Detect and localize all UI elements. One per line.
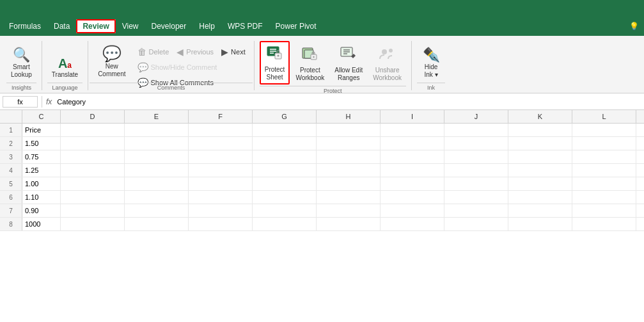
- cell-i6[interactable]: [381, 191, 444, 204]
- next-button[interactable]: ▶ Next: [218, 45, 249, 59]
- cell-f5[interactable]: [189, 177, 253, 190]
- cell-g5[interactable]: [253, 177, 317, 190]
- cell-g1[interactable]: [253, 124, 317, 136]
- cell-l1[interactable]: [572, 124, 636, 136]
- formula-input[interactable]: [54, 97, 641, 107]
- cell-h3[interactable]: [317, 150, 381, 163]
- protect-workbook-button[interactable]: ProtectWorkbook: [291, 42, 329, 85]
- cell-j6[interactable]: [444, 191, 508, 204]
- protect-sheet-button[interactable]: ProtectSheet: [260, 41, 290, 85]
- cell-d3[interactable]: [61, 150, 125, 163]
- cell-l3[interactable]: [572, 150, 636, 163]
- delete-button[interactable]: 🗑 Delete: [134, 45, 173, 59]
- cell-k8[interactable]: [508, 218, 572, 230]
- cell-f1[interactable]: [189, 124, 253, 136]
- cell-k7[interactable]: [508, 204, 572, 217]
- cell-i5[interactable]: [381, 177, 444, 190]
- unshare-workbook-button[interactable]: UnshareWorkbook: [368, 42, 406, 85]
- cell-g6[interactable]: [253, 191, 317, 204]
- cell-e1[interactable]: [125, 124, 189, 136]
- cell-h7[interactable]: [317, 204, 381, 217]
- cell-h4[interactable]: [317, 164, 381, 177]
- menu-view[interactable]: View: [116, 19, 145, 33]
- cell-i2[interactable]: [381, 137, 444, 150]
- menu-powerpivot[interactable]: Power Pivot: [269, 19, 323, 33]
- cell-f2[interactable]: [189, 137, 253, 150]
- cell-e8[interactable]: [125, 218, 189, 230]
- cell-j4[interactable]: [444, 164, 508, 177]
- cell-h8[interactable]: [317, 218, 381, 230]
- cell-h2[interactable]: [317, 137, 381, 150]
- cell-l7[interactable]: [572, 204, 636, 217]
- previous-button[interactable]: ◀ Previous: [173, 45, 217, 59]
- cell-j1[interactable]: [444, 124, 508, 136]
- col-header-j[interactable]: J: [444, 110, 508, 123]
- cell-d4[interactable]: [61, 164, 125, 177]
- col-header-d[interactable]: D: [61, 110, 125, 123]
- new-comment-button[interactable]: 💬 NewComment: [93, 44, 130, 81]
- col-header-k[interactable]: K: [508, 110, 572, 123]
- cell-h5[interactable]: [317, 177, 381, 190]
- cell-g8[interactable]: [253, 218, 317, 230]
- col-header-e[interactable]: E: [125, 110, 189, 123]
- cell-k2[interactable]: [508, 137, 572, 150]
- col-header-l[interactable]: L: [572, 110, 636, 123]
- cell-c6[interactable]: 1.10: [22, 191, 61, 204]
- cell-e4[interactable]: [125, 164, 189, 177]
- cell-c2[interactable]: 1.50: [22, 137, 61, 150]
- cell-d8[interactable]: [61, 218, 125, 230]
- menu-developer[interactable]: Developer: [145, 19, 193, 33]
- cell-e2[interactable]: [125, 137, 189, 150]
- cell-c4[interactable]: 1.25: [22, 164, 61, 177]
- cell-j2[interactable]: [444, 137, 508, 150]
- cell-g3[interactable]: [253, 150, 317, 163]
- cell-k4[interactable]: [508, 164, 572, 177]
- cell-i3[interactable]: [381, 150, 444, 163]
- menu-help[interactable]: Help: [192, 19, 221, 33]
- cell-f8[interactable]: [189, 218, 253, 230]
- cell-e5[interactable]: [125, 177, 189, 190]
- cell-h6[interactable]: [317, 191, 381, 204]
- smart-lookup-button[interactable]: 🔍 SmartLookup: [6, 45, 36, 81]
- cell-c8[interactable]: 1000: [22, 218, 61, 230]
- col-header-h[interactable]: H: [317, 110, 381, 123]
- cell-f4[interactable]: [189, 164, 253, 177]
- cell-h1[interactable]: [317, 124, 381, 136]
- cell-e6[interactable]: [125, 191, 189, 204]
- cell-d2[interactable]: [61, 137, 125, 150]
- menu-wpspdf[interactable]: WPS PDF: [221, 19, 269, 33]
- cell-reference[interactable]: [3, 96, 38, 108]
- cell-f6[interactable]: [189, 191, 253, 204]
- cell-l4[interactable]: [572, 164, 636, 177]
- cell-f7[interactable]: [189, 204, 253, 217]
- col-header-f[interactable]: F: [189, 110, 253, 123]
- cell-i1[interactable]: [381, 124, 444, 136]
- tell-me-bar[interactable]: 💡: [629, 22, 641, 31]
- cell-k1[interactable]: [508, 124, 572, 136]
- cell-g7[interactable]: [253, 204, 317, 217]
- cell-l5[interactable]: [572, 177, 636, 190]
- cell-i8[interactable]: [381, 218, 444, 230]
- cell-k3[interactable]: [508, 150, 572, 163]
- col-header-c[interactable]: C: [22, 110, 61, 123]
- col-header-g[interactable]: G: [253, 110, 317, 123]
- cell-d7[interactable]: [61, 204, 125, 217]
- cell-l2[interactable]: [572, 137, 636, 150]
- cell-k5[interactable]: [508, 177, 572, 190]
- allow-edit-button[interactable]: Allow EditRanges: [330, 42, 367, 85]
- translate-button[interactable]: Aa Translate: [47, 54, 82, 81]
- cell-c3[interactable]: 0.75: [22, 150, 61, 163]
- cell-i7[interactable]: [381, 204, 444, 217]
- cell-g2[interactable]: [253, 137, 317, 150]
- cell-c1[interactable]: Price: [22, 124, 61, 136]
- col-header-i[interactable]: I: [381, 110, 444, 123]
- cell-c7[interactable]: 0.90: [22, 204, 61, 217]
- cell-k6[interactable]: [508, 191, 572, 204]
- hide-ink-button[interactable]: ✒️ HideInk ▾: [417, 45, 445, 81]
- cell-l6[interactable]: [572, 191, 636, 204]
- menu-data[interactable]: Data: [47, 19, 76, 33]
- show-hide-button[interactable]: 💬 Show/Hide Comment: [134, 60, 249, 74]
- cell-e3[interactable]: [125, 150, 189, 163]
- cell-i4[interactable]: [381, 164, 444, 177]
- menu-review[interactable]: Review: [76, 19, 115, 33]
